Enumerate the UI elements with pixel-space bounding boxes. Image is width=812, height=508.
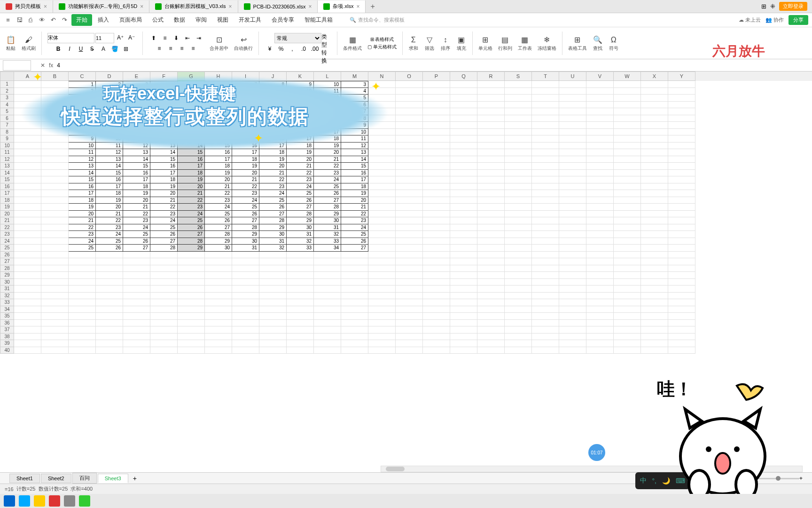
cell[interactable] bbox=[586, 347, 614, 354]
cell[interactable]: 16 bbox=[96, 176, 123, 183]
cell[interactable] bbox=[259, 258, 287, 265]
cell[interactable]: 16 bbox=[69, 183, 96, 190]
cell[interactable] bbox=[505, 293, 532, 300]
cell[interactable]: 7 bbox=[96, 115, 123, 122]
cell[interactable] bbox=[41, 170, 69, 177]
size-select[interactable] bbox=[95, 33, 114, 43]
cell[interactable]: 12 bbox=[205, 122, 232, 129]
cell[interactable] bbox=[641, 81, 668, 88]
cell[interactable] bbox=[123, 320, 150, 327]
cell[interactable] bbox=[259, 313, 287, 320]
cell[interactable] bbox=[14, 258, 41, 265]
sum-button[interactable]: Σ求和 bbox=[406, 34, 421, 53]
cell[interactable] bbox=[668, 279, 695, 286]
align-top-icon[interactable]: ⬆ bbox=[148, 33, 159, 43]
cell[interactable] bbox=[505, 81, 532, 88]
cell[interactable] bbox=[287, 286, 314, 293]
cell[interactable] bbox=[450, 115, 477, 122]
cell[interactable]: 8 bbox=[341, 115, 368, 122]
cell[interactable] bbox=[396, 286, 423, 293]
cell[interactable] bbox=[477, 313, 505, 320]
cell[interactable] bbox=[450, 211, 477, 218]
cell[interactable] bbox=[232, 347, 259, 354]
cell[interactable] bbox=[477, 143, 505, 150]
cell[interactable]: 15 bbox=[205, 143, 232, 150]
cell[interactable] bbox=[559, 313, 586, 320]
cell[interactable]: 3 bbox=[123, 81, 150, 88]
cell[interactable] bbox=[396, 81, 423, 88]
cell[interactable] bbox=[368, 333, 396, 341]
cell[interactable] bbox=[368, 286, 396, 293]
cell[interactable]: 23 bbox=[178, 204, 205, 211]
cell[interactable] bbox=[641, 211, 668, 218]
cell[interactable] bbox=[668, 149, 695, 156]
cell[interactable] bbox=[477, 272, 505, 279]
cell[interactable]: 27 bbox=[205, 224, 232, 231]
cell[interactable] bbox=[41, 197, 69, 204]
format-painter-button[interactable]: 🖌格式刷 bbox=[20, 34, 38, 53]
col-header-G[interactable]: G bbox=[178, 71, 205, 81]
cell[interactable]: 3 bbox=[341, 81, 368, 88]
cell[interactable]: 16 bbox=[259, 135, 287, 143]
cell[interactable]: 19 bbox=[96, 197, 123, 204]
cell[interactable]: 27 bbox=[314, 197, 341, 204]
border-button[interactable]: ⊞ bbox=[121, 44, 131, 54]
cell[interactable]: 18 bbox=[178, 170, 205, 177]
cell[interactable] bbox=[477, 231, 505, 238]
cell[interactable] bbox=[178, 272, 205, 279]
cell[interactable] bbox=[396, 265, 423, 272]
cell[interactable] bbox=[41, 211, 69, 218]
cell[interactable] bbox=[396, 211, 423, 218]
cell[interactable] bbox=[96, 293, 123, 300]
col-header-Q[interactable]: Q bbox=[450, 71, 477, 81]
cell[interactable]: 21 bbox=[150, 197, 178, 204]
cell[interactable] bbox=[14, 224, 41, 231]
cell[interactable] bbox=[396, 122, 423, 129]
cell[interactable]: 15 bbox=[123, 163, 150, 170]
cell[interactable] bbox=[614, 190, 641, 197]
cell[interactable] bbox=[586, 252, 614, 259]
cell[interactable] bbox=[505, 313, 532, 320]
cell[interactable] bbox=[396, 347, 423, 354]
cell[interactable]: 15 bbox=[314, 115, 341, 122]
cell[interactable] bbox=[668, 115, 695, 122]
cell[interactable] bbox=[150, 333, 178, 341]
cell[interactable]: 13 bbox=[341, 149, 368, 156]
cell[interactable] bbox=[450, 204, 477, 211]
cell[interactable]: 10 bbox=[96, 135, 123, 143]
cell[interactable]: 17 bbox=[341, 176, 368, 183]
cell[interactable] bbox=[41, 95, 69, 102]
cell[interactable] bbox=[396, 217, 423, 224]
col-header-T[interactable]: T bbox=[532, 71, 559, 81]
cell[interactable] bbox=[532, 108, 559, 115]
row-header[interactable]: 14 bbox=[0, 170, 14, 177]
cell[interactable] bbox=[532, 245, 559, 252]
cell[interactable]: 30 bbox=[232, 238, 259, 245]
col-header-J[interactable]: J bbox=[259, 71, 287, 81]
rtab-view[interactable]: 视图 bbox=[212, 14, 233, 26]
cell[interactable]: 18 bbox=[205, 163, 232, 170]
cell[interactable]: 28 bbox=[314, 204, 341, 211]
cell[interactable] bbox=[668, 252, 695, 259]
cell[interactable] bbox=[586, 306, 614, 313]
cell[interactable] bbox=[559, 170, 586, 177]
cell[interactable] bbox=[259, 347, 287, 354]
cell[interactable] bbox=[477, 279, 505, 286]
col-header-M[interactable]: M bbox=[341, 71, 368, 81]
cell[interactable] bbox=[614, 149, 641, 156]
bold-button[interactable]: B bbox=[53, 44, 63, 54]
cell[interactable]: 24 bbox=[69, 238, 96, 245]
cell[interactable] bbox=[259, 272, 287, 279]
row-header[interactable]: 35 bbox=[0, 313, 14, 320]
cell[interactable] bbox=[287, 313, 314, 320]
cell[interactable] bbox=[559, 286, 586, 293]
fill-button[interactable]: ▣填充 bbox=[454, 34, 468, 53]
cell[interactable] bbox=[532, 272, 559, 279]
cell[interactable] bbox=[69, 347, 96, 354]
cell[interactable] bbox=[396, 272, 423, 279]
row-header[interactable]: 34 bbox=[0, 306, 14, 313]
cell[interactable]: 16 bbox=[205, 149, 232, 156]
cell[interactable] bbox=[450, 170, 477, 177]
cell[interactable] bbox=[505, 170, 532, 177]
cell[interactable] bbox=[641, 238, 668, 245]
